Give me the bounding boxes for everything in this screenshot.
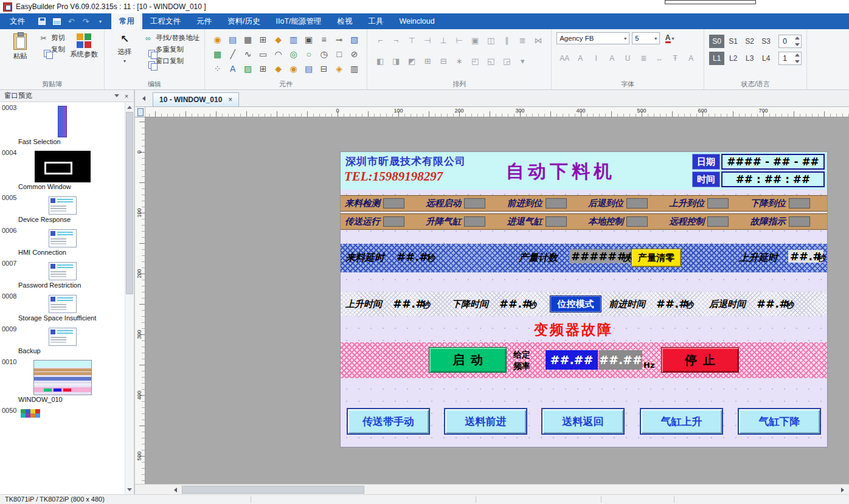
indicator-lamp[interactable] <box>383 198 404 209</box>
panel-close-button[interactable]: × <box>122 91 131 101</box>
hmi-function-button[interactable]: 传送带手动 <box>347 408 430 435</box>
preview-item-0005[interactable]: 0005 Device Response <box>0 192 125 225</box>
language-button[interactable]: L3 <box>742 52 757 65</box>
find-replace-address-button[interactable]: ∞ 寻找/替换地址 <box>144 33 199 43</box>
state-button[interactable]: S3 <box>758 35 774 48</box>
system-params-button[interactable]: 系统参数 <box>69 32 99 59</box>
actual-frequency-value[interactable]: ##.## <box>599 350 642 370</box>
preview-item-0007[interactable]: 0007 Password Restriction <box>0 258 125 291</box>
component-icon[interactable]: ◉ <box>286 61 301 76</box>
multi-copy-button[interactable]: 多重复制 <box>144 45 199 54</box>
component-icon[interactable]: ▧ <box>347 32 362 47</box>
preview-item-0006[interactable]: 0006 HMI Connection <box>0 225 125 258</box>
ribbon-tab[interactable]: IIoT/能源管理 <box>268 13 329 29</box>
file-menu[interactable]: 文件 <box>0 13 35 29</box>
paste-button[interactable]: 粘贴 <box>5 32 35 61</box>
indicator-lamp[interactable] <box>626 216 648 227</box>
state-spinner[interactable]: 0 <box>778 35 802 48</box>
qat-dropdown-button[interactable]: ▾ <box>93 13 108 29</box>
component-icon[interactable]: ▣ <box>301 32 316 47</box>
state-button[interactable]: S1 <box>726 35 741 48</box>
component-icon[interactable]: ○ <box>301 47 316 61</box>
component-icon[interactable]: ⁘ <box>210 61 225 76</box>
indicator-cell[interactable]: 来料检测 <box>341 196 421 211</box>
component-icon[interactable]: ◷ <box>316 47 331 61</box>
indicator-cell[interactable]: 本地控制 <box>584 214 665 229</box>
component-icon[interactable]: ⊸ <box>331 32 347 47</box>
state-button[interactable]: S2 <box>742 35 757 48</box>
component-icon[interactable]: ⊞ <box>255 32 271 47</box>
indicator-cell[interactable]: 上升到位 <box>665 196 746 211</box>
component-icon[interactable]: ◠ <box>271 47 286 61</box>
simulate-button[interactable] <box>49 13 64 29</box>
indicator-lamp[interactable] <box>464 198 485 209</box>
hmi-title-text[interactable]: 自动下料机 <box>506 159 615 184</box>
preview-item-0050[interactable]: 0050 <box>0 405 125 424</box>
document-tab[interactable]: 10 - WINDOW_010 × <box>153 92 239 106</box>
hmi-date-display[interactable]: #### - ## - ## <box>721 154 825 170</box>
save-button[interactable] <box>35 13 49 29</box>
ribbon-tab[interactable]: 检视 <box>330 13 361 29</box>
component-icon[interactable]: ▭ <box>255 47 271 61</box>
preview-item-0004[interactable]: 0004 Common Window <box>0 147 125 192</box>
clear-count-button[interactable]: 产量清零 <box>631 249 681 267</box>
spinner-down-icon[interactable] <box>795 60 800 63</box>
hmi-company-text[interactable]: 深圳市昕晟技术有限公司 <box>345 154 466 168</box>
indicator-cell[interactable]: 前进到位 <box>503 196 584 211</box>
panel-scrollbar[interactable] <box>125 102 134 494</box>
language-button[interactable]: L1 <box>709 52 724 65</box>
ribbon-tab[interactable]: 工具 <box>361 13 392 29</box>
ribbon-tab[interactable]: 元件 <box>189 13 220 29</box>
forward-time-value[interactable]: ##.# <box>656 297 688 310</box>
scroll-down-button[interactable] <box>125 485 134 494</box>
scroll-right-button[interactable] <box>837 485 848 494</box>
font-size-select[interactable]: 5 ▾ <box>632 32 660 44</box>
indicator-cell[interactable]: 下降到位 <box>746 196 827 211</box>
indicator-lamp[interactable] <box>707 198 729 209</box>
incoming-delay-value[interactable]: ##.# <box>397 250 428 263</box>
position-mode-button[interactable]: 位控模式 <box>550 295 601 312</box>
indicator-cell[interactable]: 进退气缸 <box>503 214 584 229</box>
component-icon[interactable]: ▦ <box>240 32 255 47</box>
ribbon-tab[interactable]: Weincloud <box>392 13 443 29</box>
indicator-lamp[interactable] <box>789 198 810 209</box>
up-time-value[interactable]: ##.# <box>393 297 424 310</box>
hmi-time-label[interactable]: 时间 <box>692 171 720 187</box>
component-icon[interactable]: ◆ <box>271 32 286 47</box>
spinner-down-icon[interactable] <box>795 43 800 46</box>
copy-button[interactable]: 复制 <box>39 45 65 54</box>
preview-item-0003[interactable]: 0003 Fast Selection <box>0 102 125 147</box>
component-icon[interactable]: ⊞ <box>255 61 271 76</box>
component-icon[interactable]: ▩ <box>210 47 225 61</box>
horizontal-scrollbar[interactable] <box>135 484 849 494</box>
scrollbar-thumb[interactable] <box>126 112 133 294</box>
language-button[interactable]: L4 <box>758 52 774 65</box>
indicator-cell[interactable]: 升降气缸 <box>421 214 502 229</box>
scrollbar-thumb[interactable] <box>182 486 364 494</box>
state-button[interactable]: S0 <box>709 35 724 48</box>
back-time-value[interactable]: ##.# <box>757 297 788 310</box>
component-icon[interactable]: ∿ <box>240 47 255 61</box>
indicator-cell[interactable]: 后退到位 <box>584 196 665 211</box>
indicator-lamp[interactable] <box>707 216 729 227</box>
component-icon[interactable]: ▤ <box>301 61 316 76</box>
indicator-cell[interactable]: 故障指示 <box>746 214 827 229</box>
select-tool-button[interactable]: ↖ 选择 ▾ <box>109 32 140 64</box>
panel-dropdown-button[interactable] <box>112 91 122 101</box>
hmi-function-button[interactable]: 气缸下降 <box>738 408 821 435</box>
hmi-function-button[interactable]: 送料前进 <box>444 408 527 435</box>
hmi-screen[interactable]: 深圳市昕晟技术有限公司 TEL:15989198297 自动下料机 日期 ###… <box>341 152 827 447</box>
inverter-fault-text[interactable]: 变频器故障 <box>534 320 613 339</box>
component-icon[interactable]: ◆ <box>271 61 286 76</box>
language-spinner[interactable]: 1 <box>778 52 802 65</box>
ribbon-tab[interactable]: 资料/历史 <box>220 13 268 29</box>
component-icon[interactable]: ◈ <box>331 61 347 76</box>
language-button[interactable]: L2 <box>726 52 741 65</box>
component-icon[interactable]: ≡ <box>316 32 331 47</box>
component-icon[interactable]: ◉ <box>210 32 225 47</box>
ribbon-tab[interactable]: 工程文件 <box>142 13 189 29</box>
indicator-cell[interactable]: 远程控制 <box>665 214 746 229</box>
indicator-lamp[interactable] <box>546 198 567 209</box>
component-icon[interactable]: ╱ <box>225 47 240 61</box>
text-color-button[interactable]: A ▾ <box>662 32 677 44</box>
